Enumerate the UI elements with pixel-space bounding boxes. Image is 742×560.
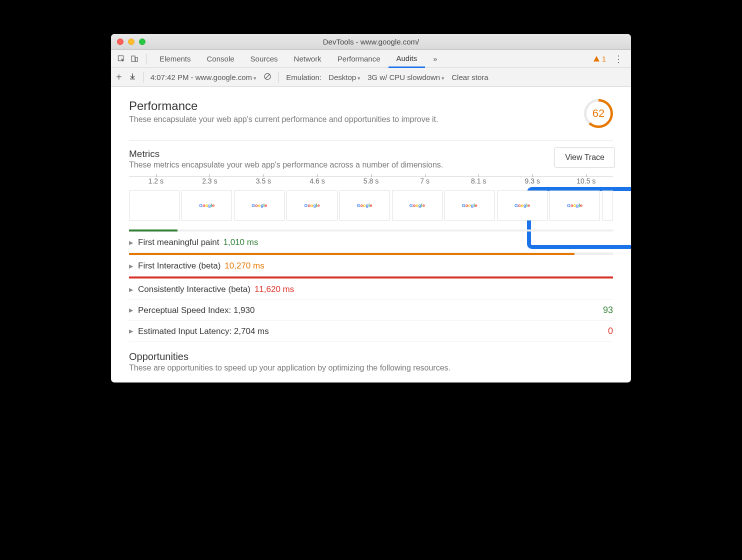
tick: 3.5 s <box>236 177 290 188</box>
download-icon[interactable] <box>129 73 136 82</box>
metric-label: First meaningful paint <box>138 238 220 248</box>
throttle-dropdown[interactable]: 3G w/ CPU slowdown <box>368 73 444 82</box>
svg-rect-1 <box>132 56 135 62</box>
filmstrip-frame: Google <box>286 190 337 220</box>
tabs-overflow[interactable]: » <box>425 50 445 68</box>
expand-icon: ▶ <box>129 307 133 314</box>
filmstrip-frame <box>602 190 613 220</box>
metric-score: 0 <box>608 326 613 336</box>
metric-value: 1,010 ms <box>224 238 258 248</box>
metrics-section: View Trace Metrics These metrics encapsu… <box>129 140 613 342</box>
metrics-title: Metrics <box>129 148 613 160</box>
time-ticks: 1.2 s 2.3 s 3.5 s 4.6 s 5.8 s 7 s 8.1 s … <box>129 176 613 188</box>
devtools-window: DevTools - www.google.com/ Elements Cons… <box>111 34 631 382</box>
tab-audits[interactable]: Audits <box>388 50 426 68</box>
metric-row[interactable]: ▶ Perceptual Speed Index: 1,930 93 <box>129 300 613 321</box>
performance-score-value: 62 <box>592 107 604 120</box>
metric-value: 10,270 ms <box>224 261 264 271</box>
metric-label: First Interactive (beta) <box>138 261 220 271</box>
filmstrip-frame: Google <box>444 190 495 220</box>
metric-rows: ▶ First meaningful paint 1,010 ms ▶ Firs… <box>129 230 613 342</box>
opportunities-subtitle: These are opportunities to speed up your… <box>129 364 613 372</box>
tick: 9.3 s <box>506 177 560 188</box>
audits-toolbar: + 4:07:42 PM - www.google.com Emulation:… <box>111 68 631 87</box>
expand-icon: ▶ <box>129 240 133 246</box>
titlebar: DevTools - www.google.com/ <box>111 34 631 50</box>
opportunities-title: Opportunities <box>129 351 613 362</box>
expand-icon: ▶ <box>129 328 133 334</box>
performance-title: Performance <box>129 99 438 113</box>
inspect-icon[interactable] <box>115 52 128 66</box>
metric-row[interactable]: ▶ Estimated Input Latency: 2,704 ms 0 <box>129 321 613 342</box>
kebab-menu-icon[interactable]: ⋮ <box>610 54 627 64</box>
tick: 4.6 s <box>290 177 344 188</box>
device-toggle-icon[interactable] <box>128 52 141 66</box>
tab-elements[interactable]: Elements <box>152 50 199 68</box>
tab-console[interactable]: Console <box>199 50 242 68</box>
view-trace-button[interactable]: View Trace <box>554 148 615 168</box>
clear-icon[interactable] <box>264 72 272 82</box>
tick: 2.3 s <box>183 177 237 188</box>
window-title: DevTools - www.google.com/ <box>111 38 631 46</box>
metric-label: Consistently Interactive (beta) <box>138 284 250 294</box>
audit-run-dropdown[interactable]: 4:07:42 PM - www.google.com <box>150 73 257 82</box>
filmstrip: Google Google Google Google Google Googl… <box>129 190 613 220</box>
new-audit-icon[interactable]: + <box>116 72 122 83</box>
filmstrip-timeline: 1.2 s 2.3 s 3.5 s 4.6 s 5.8 s 7 s 8.1 s … <box>129 176 613 220</box>
opportunities-section: Opportunities These are opportunities to… <box>129 351 613 372</box>
expand-icon: ▶ <box>129 286 133 293</box>
metric-value: 11,620 ms <box>254 284 294 294</box>
filmstrip-frame <box>129 190 180 220</box>
metric-row[interactable]: ▶ Consistently Interactive (beta) 11,620… <box>129 280 613 300</box>
tick: 7 s <box>398 177 452 188</box>
warnings-badge[interactable]: 1 <box>593 54 606 63</box>
performance-subtitle: These encapsulate your web app's current… <box>129 115 438 124</box>
audit-content: Performance These encapsulate your web a… <box>111 87 631 382</box>
filmstrip-frame: Google <box>234 190 284 220</box>
metrics-subtitle: These metrics encapsulate your web app's… <box>129 160 613 170</box>
performance-header: Performance These encapsulate your web a… <box>129 99 613 128</box>
metric-row[interactable]: ▶ First meaningful paint 1,010 ms <box>129 232 613 253</box>
performance-score-gauge: 62 <box>584 99 613 128</box>
tick: 1.2 s <box>129 177 183 188</box>
metric-label: Perceptual Speed Index: 1,930 <box>138 306 254 316</box>
tab-performance[interactable]: Performance <box>330 50 388 68</box>
svg-line-4 <box>266 74 270 78</box>
metric-score: 93 <box>603 305 613 316</box>
filmstrip-frame: Google <box>340 190 390 220</box>
filmstrip-frame: Google <box>497 190 548 220</box>
tick: 8.1 s <box>452 177 506 188</box>
device-dropdown[interactable]: Desktop <box>328 73 360 82</box>
filmstrip-frame: Google <box>392 190 442 220</box>
emulation-label: Emulation: <box>286 73 322 82</box>
metric-label: Estimated Input Latency: 2,704 ms <box>138 326 269 336</box>
tick: 10.5 s <box>560 177 614 188</box>
expand-icon: ▶ <box>129 263 133 270</box>
clear-storage-label[interactable]: Clear stora <box>452 73 488 82</box>
tab-network[interactable]: Network <box>286 50 330 68</box>
filmstrip-frame: Google <box>550 190 600 220</box>
filmstrip-frame: Google <box>182 190 232 220</box>
svg-rect-2 <box>136 58 138 62</box>
tab-sources[interactable]: Sources <box>242 50 286 68</box>
warnings-count: 1 <box>602 54 606 63</box>
tick: 5.8 s <box>344 177 398 188</box>
metric-row[interactable]: ▶ First Interactive (beta) 10,270 ms <box>129 256 613 276</box>
devtools-tabs: Elements Console Sources Network Perform… <box>111 50 631 68</box>
